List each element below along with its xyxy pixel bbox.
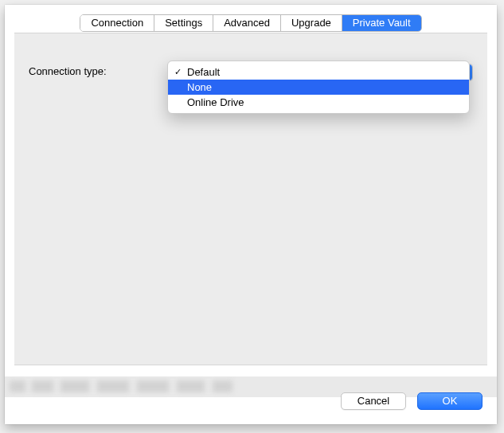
dropdown-option-online-drive[interactable]: Online Drive — [168, 95, 469, 110]
ok-button[interactable]: OK — [417, 392, 483, 410]
dropdown-option-label: Default — [187, 66, 220, 78]
dropdown-option-default[interactable]: ✓ Default — [168, 64, 469, 80]
tab-settings[interactable]: Settings — [154, 15, 213, 31]
tab-advanced[interactable]: Advanced — [213, 15, 281, 31]
connection-type-label: Connection type: — [29, 64, 169, 77]
dropdown-option-label: None — [187, 81, 212, 93]
content-outer: Connection type: ✓ Default None — [5, 32, 497, 375]
dropdown-menu: ✓ Default None Online Drive — [167, 60, 470, 114]
connection-type-row: Connection type: ✓ Default None — [29, 64, 473, 81]
cancel-button[interactable]: Cancel — [341, 392, 406, 410]
content-panel: Connection type: ✓ Default None — [14, 33, 487, 365]
connection-type-dropdown[interactable]: ✓ Default None Online Drive — [169, 64, 473, 81]
tab-upgrade[interactable]: Upgrade — [281, 15, 342, 31]
tab-connection[interactable]: Connection — [80, 15, 154, 31]
dropdown-option-label: Online Drive — [187, 96, 244, 108]
preferences-window: Connection Settings Advanced Upgrade Pri… — [5, 5, 497, 424]
dialog-buttons: Cancel OK — [341, 392, 483, 410]
tab-private-vault[interactable]: Private Vault — [342, 15, 421, 31]
tabbar: Connection Settings Advanced Upgrade Pri… — [80, 14, 421, 32]
bottom-bar: Cancel OK — [5, 375, 497, 424]
checkmark-icon: ✓ — [174, 64, 182, 80]
dropdown-option-none[interactable]: None — [168, 80, 469, 95]
tabbar-container: Connection Settings Advanced Upgrade Pri… — [5, 5, 497, 32]
